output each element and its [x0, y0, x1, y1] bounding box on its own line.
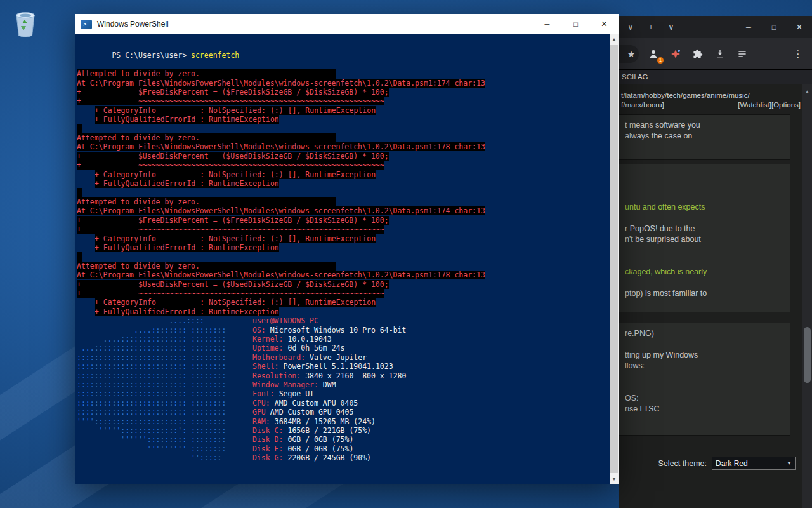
close-button[interactable]: ×: [590, 14, 619, 34]
error-text: At C:\Program Files\WindowsPowerShell\Mo…: [77, 206, 485, 215]
error-block: Attempted to divide by zero. At C:\Progr…: [77, 262, 610, 316]
error-location-line: At C:\Program Files\WindowsPowerShell\Mo…: [77, 206, 610, 215]
error-location-line: At C:\Program Files\WindowsPowerShell\Mo…: [77, 142, 610, 151]
scrollbar-down-arrow-icon[interactable]: ▼: [610, 477, 619, 481]
extensions-puzzle-icon[interactable]: [689, 45, 707, 63]
error-block: Attempted to divide by zero. At C:\Progr…: [77, 69, 610, 133]
browser-menu-kebab-icon[interactable]: ⋮: [789, 45, 807, 63]
minimize-button[interactable]: ─: [533, 14, 561, 34]
scrollbar-up-arrow-icon[interactable]: ▲: [610, 37, 619, 41]
download-arrow-icon: [715, 49, 725, 59]
post-line: ckaged, which is nearly: [625, 267, 783, 277]
maximize-button[interactable]: □: [561, 14, 590, 34]
error-text: + $FreeDiskPercent = ($FreeDiskSizeGB / …: [77, 88, 389, 97]
extension-colored-icon[interactable]: [667, 45, 684, 63]
error-text: At C:\Program Files\WindowsPowerShell\Mo…: [77, 271, 485, 279]
page-scrollbar[interactable]: ▲: [802, 84, 812, 508]
info-value: AMD Custom GPU 0405: [270, 408, 354, 417]
close-button[interactable]: ×: [787, 16, 812, 38]
system-info-line: Disk D:0GB / 0GB (75%): [252, 435, 406, 444]
error-text: At C:\Program Files\WindowsPowerShell\Mo…: [77, 79, 485, 88]
scrollbar-thumb[interactable]: [610, 45, 618, 473]
system-info-lines: OS:Microsoft Windows 10 Pro 64-bit Kerne…: [252, 326, 406, 463]
info-value: Microsoft Windows 10 Pro 64-bit: [270, 326, 407, 335]
board-list-top[interactable]: t/latam/hobby/tech/games/anime/music/: [621, 91, 801, 100]
error-text: + FullyQualifiedErrorId : RuntimeExcepti…: [95, 115, 279, 124]
browser-page: t/latam/hobby/tech/games/anime/music/ f/…: [619, 84, 812, 508]
powershell-titlebar[interactable]: >_ Windows PowerShell ─ □ ×: [75, 14, 619, 34]
thread-post: t means software you always the case on: [619, 114, 790, 160]
error-text: + ~~~~~~~~~~~~~~~~~~~~~~~~~~~~~~~~~~~~~~…: [77, 97, 384, 105]
post-line: re.PNG): [625, 328, 783, 339]
info-label: Uptime:: [252, 344, 287, 352]
blank-line: [77, 472, 610, 481]
error-text: + ~~~~~~~~~~~~~~~~~~~~~~~~~~~~~~~~~~~~~~…: [77, 289, 384, 298]
info-label: Motherboard:: [252, 353, 310, 362]
post-line: n't be surprised about: [625, 234, 783, 245]
blank-line: [77, 463, 610, 472]
system-info-line: OS:Microsoft Windows 10 Pro 64-bit: [252, 326, 406, 335]
info-label: Disk C:: [252, 426, 287, 435]
post-line: [625, 213, 783, 224]
browser-tabstrip: ∨ + ∨ ─ □ ×: [619, 16, 812, 38]
system-info-line: Uptime:0d 0h 56m 24s: [252, 344, 406, 352]
post-line: r PopOS! due to the: [625, 224, 783, 234]
info-label: Shell:: [252, 362, 284, 371]
system-info-line: Disk C:165GB / 221GB (75%): [252, 426, 406, 435]
info-label: CPU:: [252, 399, 275, 408]
info-value: 0d 0h 56m 24s: [287, 344, 344, 352]
browser-window: ∨ + ∨ ─ □ × ★ 1: [619, 16, 812, 508]
console-scrollbar[interactable]: ▲ ▼: [610, 34, 619, 484]
minimize-button[interactable]: ─: [736, 16, 761, 38]
watchlist-options-links[interactable]: [Watchlist][Options]: [738, 100, 801, 110]
tab-search-chevron-icon[interactable]: ∨: [663, 19, 679, 36]
board-list-bottom[interactable]: f/marx/booru]: [621, 100, 664, 110]
reading-list-icon[interactable]: [733, 45, 751, 63]
error-text: + $UsedDiskPercent = ($UsedDiskSizeGB / …: [77, 152, 389, 161]
list-lines-icon: [737, 49, 747, 59]
info-label: Resolution:: [252, 371, 305, 380]
error-code-line: + $UsedDiskPercent = ($UsedDiskSizeGB / …: [77, 152, 610, 161]
theme-select[interactable]: Dark Red ▼: [712, 457, 796, 470]
info-label: Disk G:: [252, 453, 287, 462]
new-tab-button[interactable]: +: [643, 19, 659, 36]
console-output[interactable]: PS C:\Users\user>screenfetch Attempted t…: [75, 34, 610, 484]
info-label: Disk E:: [252, 444, 287, 453]
chevron-down-icon[interactable]: ∨: [622, 19, 639, 36]
error-text: + $FreeDiskPercent = ($FreeDiskSizeGB / …: [77, 216, 389, 225]
system-info-line: Window Manager:DWM: [252, 380, 406, 389]
error-category-line: + CategoryInfo : NotSpecified: (:) [], R…: [77, 170, 610, 179]
error-code-line: + $UsedDiskPercent = ($UsedDiskSizeGB / …: [77, 280, 610, 289]
error-text: + CategoryInfo : NotSpecified: (:) [], R…: [95, 106, 376, 115]
error-block: Attempted to divide by zero. At C:\Progr…: [77, 133, 610, 197]
maximize-button[interactable]: □: [761, 16, 787, 38]
post-line: untu and often expects: [625, 202, 783, 213]
window-title: Windows PowerShell: [97, 20, 169, 29]
error-text: + FullyQualifiedErrorId : RuntimeExcepti…: [95, 243, 279, 252]
post-line: [625, 180, 783, 191]
command-text: screenfetch: [187, 51, 239, 60]
command-line: PS C:\Users\user>screenfetch: [77, 42, 610, 69]
browser-toolbar: ★ 1: [619, 38, 812, 70]
recycle-bin-icon[interactable]: [8, 4, 43, 43]
error-id-line: + FullyQualifiedErrorId : RuntimeExcepti…: [77, 243, 610, 252]
bookmark-item[interactable]: SCII AG: [622, 73, 648, 81]
error-code-line: + $FreeDiskPercent = ($FreeDiskSizeGB / …: [77, 88, 610, 97]
post-line: rise LTSC: [625, 404, 783, 415]
info-value: AMD Custom APU 0405: [275, 399, 358, 408]
error-text: + CategoryInfo : NotSpecified: (:) [], R…: [95, 170, 376, 179]
blank-line: [77, 481, 610, 484]
bookmark-star-icon[interactable]: ★: [622, 45, 640, 63]
theme-select-value: Dark Red: [716, 459, 748, 468]
post-line: [625, 256, 783, 267]
thread-post: re.PNG) tting up my Windows llows: OS: r…: [619, 323, 790, 436]
system-info-line: Motherboard:Valve Jupiter: [252, 353, 406, 362]
scrollbar-up-arrow-icon[interactable]: ▲: [802, 84, 812, 95]
powershell-icon: >_: [81, 20, 92, 29]
post-line: llows:: [625, 361, 783, 371]
scrollbar-thumb[interactable]: [804, 327, 811, 383]
downloads-icon[interactable]: [711, 45, 729, 63]
error-squiggle-line: + ~~~~~~~~~~~~~~~~~~~~~~~~~~~~~~~~~~~~~~…: [77, 225, 610, 234]
profile-avatar-icon[interactable]: 1: [645, 45, 662, 63]
info-label: OS:: [252, 326, 270, 335]
